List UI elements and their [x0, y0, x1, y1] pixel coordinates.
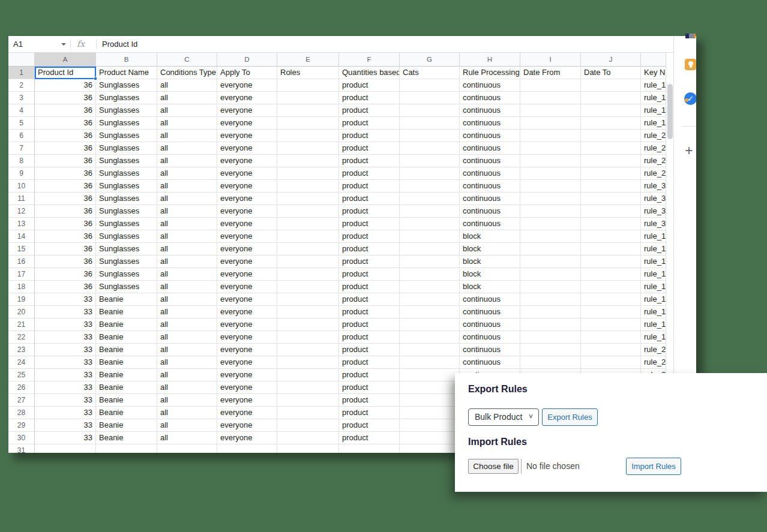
- cell-I3[interactable]: [520, 92, 581, 104]
- cell-E23[interactable]: [277, 344, 339, 356]
- cell-D19[interactable]: everyone: [217, 293, 277, 306]
- cell-B12[interactable]: Sunglasses: [96, 205, 157, 218]
- cell-C17[interactable]: all: [157, 268, 217, 281]
- cell-J18[interactable]: [581, 281, 641, 293]
- cell-C27[interactable]: all: [157, 394, 217, 407]
- cell-D2[interactable]: everyone: [217, 79, 277, 92]
- formula-input[interactable]: Product Id: [102, 40, 137, 49]
- row-header-31[interactable]: 31: [8, 444, 35, 453]
- cell-B24[interactable]: Beanie: [96, 356, 157, 369]
- vertical-scrollbar-thumb[interactable]: [667, 84, 673, 139]
- cell-F9[interactable]: product: [339, 167, 400, 180]
- row-header-16[interactable]: 16: [8, 256, 35, 268]
- cell-H20[interactable]: continuous: [460, 306, 520, 318]
- cell-A21[interactable]: 33: [35, 318, 96, 331]
- cell-H6[interactable]: continuous: [460, 130, 520, 142]
- cell-F5[interactable]: product: [339, 117, 400, 130]
- cell-I5[interactable]: [520, 117, 581, 130]
- cell-D21[interactable]: everyone: [217, 318, 277, 331]
- add-addon-icon[interactable]: +: [682, 144, 696, 157]
- row-header-11[interactable]: 11: [8, 193, 35, 205]
- cell-H11[interactable]: continuous: [460, 193, 520, 205]
- cell-G26[interactable]: [400, 381, 460, 394]
- cell-G23[interactable]: [400, 344, 460, 356]
- cell-F16[interactable]: product: [339, 256, 400, 268]
- cell-D4[interactable]: everyone: [217, 104, 277, 117]
- cell-B28[interactable]: Beanie: [96, 407, 157, 419]
- cell-F25[interactable]: product: [339, 369, 400, 381]
- row-header-15[interactable]: 15: [8, 243, 35, 256]
- cell-B5[interactable]: Sunglasses: [96, 117, 157, 130]
- cell-A26[interactable]: 33: [35, 381, 96, 394]
- cell-F26[interactable]: product: [339, 381, 400, 394]
- cell-G30[interactable]: [400, 432, 460, 444]
- column-header-B[interactable]: B: [96, 53, 157, 67]
- cell-E4[interactable]: [277, 104, 339, 117]
- cell-H4[interactable]: continuous: [460, 104, 520, 117]
- cell-J13[interactable]: [581, 218, 641, 230]
- cell-G17[interactable]: [400, 268, 460, 281]
- column-header-K[interactable]: [641, 53, 666, 67]
- cell-F1[interactable]: Quantities based: [339, 67, 400, 79]
- cell-C19[interactable]: all: [157, 293, 217, 306]
- row-header-20[interactable]: 20: [8, 306, 35, 318]
- cell-F20[interactable]: product: [339, 306, 400, 318]
- cell-A4[interactable]: 36: [35, 104, 96, 117]
- cell-E8[interactable]: [277, 155, 339, 167]
- cell-D13[interactable]: everyone: [217, 218, 277, 230]
- cell-C30[interactable]: all: [157, 432, 217, 444]
- cell-E25[interactable]: [277, 369, 339, 381]
- cell-D10[interactable]: everyone: [217, 180, 277, 193]
- cell-G3[interactable]: [400, 92, 460, 104]
- cell-C18[interactable]: all: [157, 281, 217, 293]
- cell-I12[interactable]: [520, 205, 581, 218]
- cell-K5[interactable]: rule_1: [641, 117, 666, 130]
- cell-J1[interactable]: Date To: [581, 67, 641, 79]
- cell-E6[interactable]: [277, 130, 339, 142]
- cell-A14[interactable]: 36: [35, 230, 96, 243]
- cell-F24[interactable]: product: [339, 356, 400, 369]
- cell-A7[interactable]: 36: [35, 142, 96, 155]
- cell-E26[interactable]: [277, 381, 339, 394]
- cell-D31[interactable]: [217, 444, 277, 453]
- cell-E16[interactable]: [277, 256, 339, 268]
- cell-J22[interactable]: [581, 331, 641, 344]
- cell-D27[interactable]: everyone: [217, 394, 277, 407]
- row-header-28[interactable]: 28: [8, 407, 35, 419]
- cell-B30[interactable]: Beanie: [96, 432, 157, 444]
- cell-G22[interactable]: [400, 331, 460, 344]
- row-header-18[interactable]: 18: [8, 281, 35, 293]
- cell-K11[interactable]: rule_3: [641, 193, 666, 205]
- cell-F22[interactable]: product: [339, 331, 400, 344]
- cell-K24[interactable]: rule_2: [641, 356, 666, 369]
- cell-G18[interactable]: [400, 281, 460, 293]
- cell-G29[interactable]: [400, 419, 460, 432]
- export-rules-button[interactable]: Export Rules: [542, 408, 598, 426]
- cell-E10[interactable]: [277, 180, 339, 193]
- cell-A19[interactable]: 33: [35, 293, 96, 306]
- cell-E19[interactable]: [277, 293, 339, 306]
- cell-F7[interactable]: product: [339, 142, 400, 155]
- cell-K22[interactable]: rule_1: [641, 331, 666, 344]
- cell-K1[interactable]: Key N: [641, 67, 666, 79]
- cell-C28[interactable]: all: [157, 407, 217, 419]
- cell-A5[interactable]: 36: [35, 117, 96, 130]
- cell-K13[interactable]: rule_3: [641, 218, 666, 230]
- cell-E15[interactable]: [277, 243, 339, 256]
- cell-C11[interactable]: all: [157, 193, 217, 205]
- cell-B19[interactable]: Beanie: [96, 293, 157, 306]
- cell-J19[interactable]: [581, 293, 641, 306]
- column-header-C[interactable]: C: [157, 53, 217, 67]
- cell-F18[interactable]: product: [339, 281, 400, 293]
- cell-K23[interactable]: rule_2: [641, 344, 666, 356]
- tasks-icon[interactable]: ✓: [684, 92, 696, 105]
- cell-H12[interactable]: continuous: [460, 205, 520, 218]
- cell-H8[interactable]: continuous: [460, 155, 520, 167]
- cell-C24[interactable]: all: [157, 356, 217, 369]
- cell-A12[interactable]: 36: [35, 205, 96, 218]
- cell-G2[interactable]: [400, 79, 460, 92]
- cell-C6[interactable]: all: [157, 130, 217, 142]
- cell-D17[interactable]: everyone: [217, 268, 277, 281]
- cell-K2[interactable]: rule_1: [641, 79, 666, 92]
- cell-F6[interactable]: product: [339, 130, 400, 142]
